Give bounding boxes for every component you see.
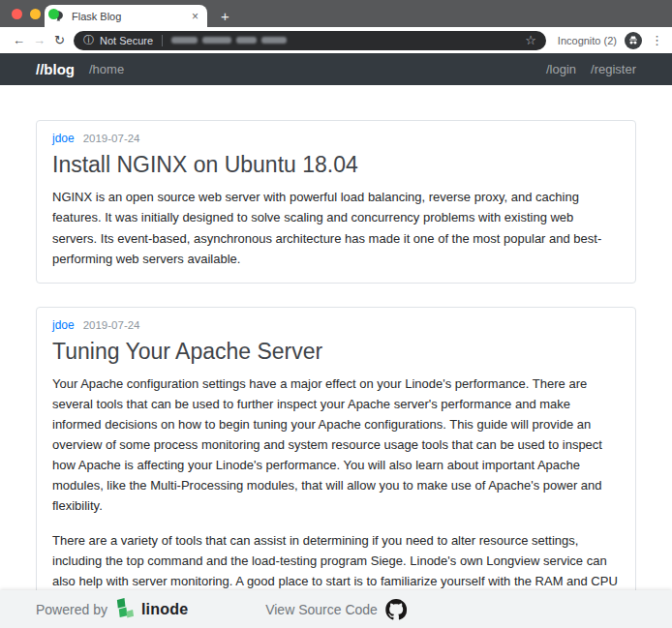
browser-tabstrip: Flask Blog × + bbox=[0, 0, 672, 27]
zoom-window-button[interactable] bbox=[48, 9, 59, 19]
incognito-avatar-icon[interactable] bbox=[625, 32, 642, 49]
powered-by-link[interactable]: Powered by linode bbox=[36, 597, 188, 621]
browser-tab-flask-blog[interactable]: Flask Blog × bbox=[45, 5, 207, 27]
nav-link-home[interactable]: /home bbox=[89, 62, 124, 76]
page-footer: Powered by linode View Source Code bbox=[0, 590, 672, 628]
view-source-link[interactable]: View Source Code bbox=[265, 599, 407, 620]
linode-logo-icon bbox=[114, 597, 135, 621]
powered-by-label: Powered by bbox=[36, 602, 107, 617]
browser-toolbar: ← → ↻ ⓘ Not Secure ☆ Incognito (2) bbox=[0, 27, 672, 53]
bookmark-star-icon[interactable]: ☆ bbox=[525, 34, 536, 46]
post-meta: jdoe 2019-07-24 bbox=[52, 318, 620, 332]
post-title: Install NGINX on Ubuntu 18.04 bbox=[52, 151, 620, 179]
new-tab-button[interactable]: + bbox=[221, 9, 229, 23]
window-controls bbox=[12, 9, 59, 19]
post-date: 2019-07-24 bbox=[83, 133, 140, 144]
incognito-label: Incognito (2) bbox=[558, 35, 617, 46]
site-navbar: //blog /home /login /register bbox=[0, 53, 672, 85]
navbar-brand[interactable]: //blog bbox=[36, 61, 75, 77]
post-author-link[interactable]: jdoe bbox=[52, 318, 75, 332]
browser-menu-icon[interactable]: ⋮ bbox=[651, 33, 663, 47]
post-card: jdoe 2019-07-24 Install NGINX on Ubuntu … bbox=[36, 120, 636, 284]
post-list: jdoe 2019-07-24 Install NGINX on Ubuntu … bbox=[36, 120, 636, 628]
post-card: jdoe 2019-07-24 Tuning Your Apache Serve… bbox=[36, 307, 636, 627]
forward-icon[interactable]: → bbox=[29, 33, 49, 47]
linode-wordmark: linode bbox=[141, 601, 188, 618]
back-icon[interactable]: ← bbox=[9, 33, 29, 47]
post-meta: jdoe 2019-07-24 bbox=[52, 132, 620, 145]
address-bar[interactable]: ⓘ Not Secure ☆ bbox=[74, 31, 546, 50]
post-body: NGINX is an open source web server with … bbox=[52, 187, 620, 268]
post-author-link[interactable]: jdoe bbox=[52, 132, 75, 145]
tab-title: Flask Blog bbox=[72, 11, 186, 22]
reload-icon[interactable]: ↻ bbox=[49, 33, 70, 47]
post-title: Tuning Your Apache Server bbox=[52, 338, 620, 366]
omnibox-divider bbox=[162, 35, 163, 46]
nav-link-register[interactable]: /register bbox=[591, 62, 636, 76]
post-paragraph: Your Apache configuration settings have … bbox=[52, 374, 620, 516]
close-window-button[interactable] bbox=[12, 9, 22, 19]
browser-window: Flask Blog × + ← → ↻ ⓘ Not Secure ☆ Inco… bbox=[0, 0, 672, 628]
view-source-label: View Source Code bbox=[265, 602, 378, 617]
info-icon[interactable]: ⓘ bbox=[83, 33, 94, 47]
github-icon bbox=[385, 599, 407, 620]
security-label: Not Secure bbox=[100, 35, 153, 46]
post-date: 2019-07-24 bbox=[83, 319, 140, 331]
navbar-right: /login /register bbox=[546, 62, 636, 76]
nav-link-login[interactable]: /login bbox=[546, 62, 576, 76]
post-paragraph: NGINX is an open source web server with … bbox=[52, 187, 620, 268]
close-tab-icon[interactable]: × bbox=[192, 10, 199, 23]
page-content: jdoe 2019-07-24 Install NGINX on Ubuntu … bbox=[0, 85, 672, 628]
post-body: Your Apache configuration settings have … bbox=[52, 374, 620, 613]
obscured-url bbox=[171, 37, 287, 44]
minimize-window-button[interactable] bbox=[30, 9, 41, 19]
